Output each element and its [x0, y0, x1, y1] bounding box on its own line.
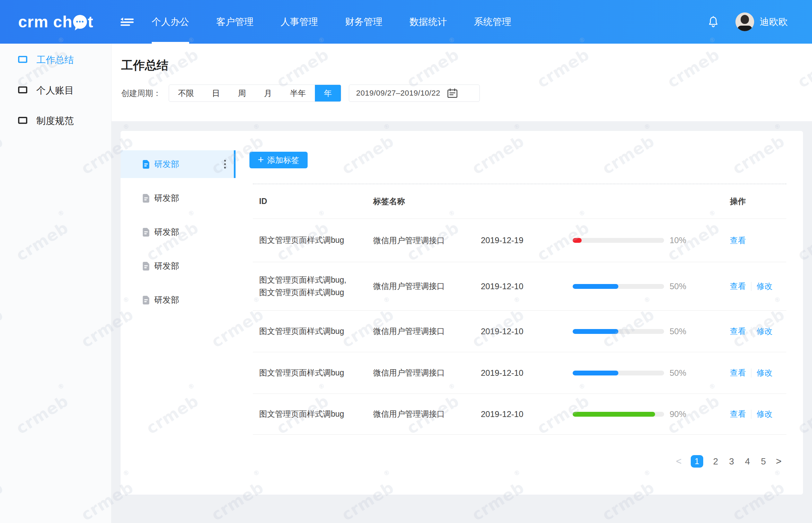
action-link-view[interactable]: 查看 — [730, 281, 746, 292]
pagination: <12345> — [676, 453, 782, 470]
action-link-edit[interactable]: 修改 — [757, 409, 773, 419]
page-number-4[interactable]: 4 — [744, 456, 751, 467]
cell-percent: 50% — [667, 282, 726, 291]
sidebar-item-2[interactable]: 个人账目 — [0, 75, 111, 106]
table-row-4: 图文管理页面样式调bug微信用户管理调接口2019-12-1050%查看修改 — [253, 352, 786, 394]
more-actions-icon[interactable] — [223, 159, 227, 170]
col-header-actions: 操作 — [726, 196, 786, 207]
page-number-5[interactable]: 5 — [760, 456, 767, 467]
page-head: 工作总结 创建周期： 不限日周月半年年 2019/09/27–2019/10/2… — [112, 44, 812, 121]
add-tag-button[interactable]: + 添加标签 — [249, 152, 308, 168]
table-row-1: 图文管理页面样式调bug微信用户管理调接口2019-12-1910%查看 — [253, 219, 786, 262]
cell-actions: 查看修改 — [726, 409, 786, 419]
cell-date: 2019-12-10 — [478, 368, 570, 378]
action-divider — [751, 369, 751, 378]
cell-progress — [570, 238, 667, 243]
period-option-4[interactable]: 月 — [255, 85, 281, 101]
next-page-icon[interactable]: > — [776, 456, 782, 467]
department-list: 研发部研发部研发部研发部研发部 — [121, 150, 236, 320]
department-item-2[interactable]: 研发部 — [121, 184, 236, 212]
progress-track — [573, 371, 664, 375]
action-link-view[interactable]: 查看 — [730, 409, 746, 419]
cell-progress — [570, 329, 667, 334]
id-line: 图文管理页面样式调bug — [259, 325, 370, 338]
action-link-edit[interactable]: 修改 — [757, 281, 773, 292]
progress-fill — [573, 329, 618, 334]
col-header-tag-name: 标签名称 — [370, 196, 478, 207]
prev-page-icon[interactable]: < — [676, 456, 681, 467]
action-link-view[interactable]: 查看 — [730, 235, 746, 246]
table-header-row: ID 标签名称 操作 — [253, 184, 786, 219]
page-number-1[interactable]: 1 — [691, 455, 703, 468]
page-number-2[interactable]: 2 — [712, 456, 719, 467]
registered-mark: ® — [773, 122, 782, 131]
nav-item-label: 数据统计 — [409, 16, 447, 28]
date-range-value: 2019/09/27–2019/10/22 — [356, 89, 440, 98]
content-card: 研发部研发部研发部研发部研发部 + 添加标签 ID 标签名称 操作 图文管理页面… — [121, 131, 803, 495]
cell-id: 图文管理页面样式调bug — [253, 367, 370, 379]
chat-bubble-icon — [73, 15, 87, 29]
progress-track — [573, 329, 664, 334]
app-root: crm cht 个人办公客户管理人事管理财务管理数据统计系统管理 迪欧欧 — [0, 0, 812, 523]
action-link-view[interactable]: 查看 — [730, 367, 746, 378]
sidebar-item-3[interactable]: 制度规范 — [0, 106, 111, 136]
department-item-4[interactable]: 研发部 — [121, 252, 236, 280]
page-number-3[interactable]: 3 — [728, 456, 735, 467]
cell-id: 图文管理页面样式调bug — [253, 408, 370, 420]
period-option-3[interactable]: 周 — [229, 85, 255, 101]
department-item-5[interactable]: 研发部 — [121, 286, 236, 314]
progress-track — [573, 238, 664, 243]
action-divider — [751, 410, 751, 419]
nav-item-5[interactable]: 数据统计 — [409, 0, 447, 44]
progress-fill — [573, 371, 618, 375]
period-option-6[interactable]: 年 — [315, 85, 341, 101]
period-option-1[interactable]: 不限 — [169, 85, 203, 101]
registered-mark: ® — [122, 122, 131, 131]
page-title: 工作总结 — [121, 57, 168, 73]
top-header: crm cht 个人办公客户管理人事管理财务管理数据统计系统管理 迪欧欧 — [0, 0, 812, 44]
nav-item-3[interactable]: 人事管理 — [281, 0, 318, 44]
cell-tag-name: 微信用户管理调接口 — [370, 281, 478, 292]
user-avatar[interactable] — [735, 12, 754, 31]
cell-percent: 90% — [667, 409, 726, 419]
sidebar-collapse-icon[interactable] — [121, 17, 134, 27]
user-name[interactable]: 迪欧欧 — [760, 16, 788, 28]
action-divider — [751, 327, 751, 336]
top-nav: 个人办公客户管理人事管理财务管理数据统计系统管理 — [152, 0, 511, 44]
progress-fill — [573, 412, 655, 417]
col-header-id: ID — [253, 195, 370, 208]
cell-tag-name: 微信用户管理调接口 — [370, 235, 478, 246]
period-option-5[interactable]: 半年 — [281, 85, 315, 101]
nav-item-2[interactable]: 客户管理 — [216, 0, 254, 44]
registered-mark: ® — [382, 122, 391, 131]
date-range-input[interactable]: 2019/09/27–2019/10/22 — [349, 85, 480, 102]
action-divider — [751, 282, 751, 291]
cell-date: 2019-12-10 — [478, 409, 570, 419]
sidebar-item-label: 工作总结 — [36, 54, 74, 66]
cell-progress — [570, 371, 667, 375]
nav-item-1[interactable]: 个人办公 — [152, 0, 189, 44]
action-link-view[interactable]: 查看 — [730, 326, 746, 337]
department-item-1[interactable]: 研发部 — [121, 150, 236, 178]
period-segmented-control: 不限日周月半年年 — [169, 85, 341, 102]
sidebar-item-1[interactable]: 工作总结 — [0, 45, 111, 75]
cell-date: 2019-12-19 — [478, 236, 570, 245]
nav-item-label: 系统管理 — [474, 16, 511, 28]
registered-mark: ® — [512, 122, 522, 131]
cell-tag-name: 微信用户管理调接口 — [370, 326, 478, 337]
nav-item-label: 财务管理 — [345, 16, 382, 28]
document-icon — [142, 194, 150, 203]
period-option-2[interactable]: 日 — [203, 85, 229, 101]
nav-item-6[interactable]: 系统管理 — [474, 0, 511, 44]
nav-item-4[interactable]: 财务管理 — [345, 0, 382, 44]
id-line: 图文管理页面样式调bug — [259, 367, 370, 379]
table-row-3: 图文管理页面样式调bug微信用户管理调接口2019-12-1050%查看修改 — [253, 311, 786, 352]
department-item-3[interactable]: 研发部 — [121, 218, 236, 246]
table-row-2: 图文管理页面样式调bug,图文管理页面样式调bug微信用户管理调接口2019-1… — [253, 262, 786, 311]
id-line: 图文管理页面样式调bug — [259, 286, 370, 299]
action-link-edit[interactable]: 修改 — [757, 367, 773, 378]
action-link-edit[interactable]: 修改 — [757, 326, 773, 337]
window-icon — [18, 116, 27, 126]
notifications-bell-icon[interactable] — [708, 16, 719, 28]
cell-percent: 50% — [667, 368, 726, 378]
